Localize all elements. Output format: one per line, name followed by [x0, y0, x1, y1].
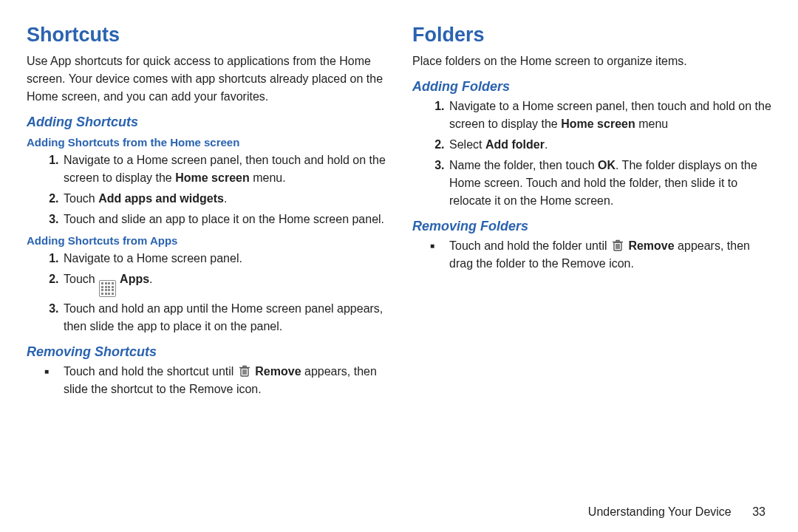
- heading-adding-from-home: Adding Shortcuts from the Home screen: [27, 136, 386, 149]
- page-number: 33: [752, 505, 765, 518]
- heading-removing-folders: Removing Folders: [412, 219, 771, 234]
- heading-removing-shortcuts: Removing Shortcuts: [27, 344, 386, 360]
- heading-folders: Folders: [412, 24, 771, 47]
- heading-shortcuts: Shortcuts: [27, 24, 386, 47]
- trash-icon: [612, 239, 624, 252]
- list-item: Touch and slide an app to place it on th…: [62, 211, 386, 228]
- trash-icon: [239, 364, 250, 378]
- list-item: Name the folder, then touch OK. The fold…: [448, 157, 771, 210]
- list-adding-folders: Navigate to a Home screen panel, then to…: [412, 98, 771, 210]
- page-footer: Understanding Your Device 33: [27, 505, 771, 525]
- list-item: Navigate to a Home screen panel.: [62, 250, 386, 267]
- right-column: Folders Place folders on the Home screen…: [412, 22, 771, 505]
- heading-adding-from-apps: Adding Shortcuts from Apps: [27, 234, 386, 247]
- list-item: Touch Apps.: [62, 270, 386, 297]
- list-item: Touch and hold the folder until Remove a…: [448, 237, 771, 273]
- heading-adding-shortcuts: Adding Shortcuts: [27, 115, 386, 130]
- list-item: Touch and hold the shortcut until Remove…: [62, 363, 386, 398]
- heading-adding-folders: Adding Folders: [412, 79, 771, 95]
- list-item: Touch Add apps and widgets.: [62, 190, 386, 208]
- left-column: Shortcuts Use App shortcuts for quick ac…: [27, 22, 386, 505]
- list-item: Navigate to a Home screen panel, then to…: [62, 151, 386, 187]
- apps-grid-icon: [99, 280, 116, 297]
- list-removing-folders: Touch and hold the folder until Remove a…: [412, 237, 771, 273]
- list-adding-from-home: Navigate to a Home screen panel, then to…: [27, 151, 386, 228]
- folders-intro: Place folders on the Home screen to orga…: [412, 52, 771, 70]
- list-adding-from-apps: Navigate to a Home screen panel. Touch A…: [27, 250, 386, 335]
- list-removing-shortcuts: Touch and hold the shortcut until Remove…: [27, 363, 386, 398]
- list-item: Select Add folder.: [448, 136, 771, 154]
- list-item: Touch and hold an app until the Home scr…: [62, 300, 386, 335]
- footer-section: Understanding Your Device: [588, 505, 732, 518]
- list-item: Navigate to a Home screen panel, then to…: [448, 98, 771, 133]
- shortcuts-intro: Use App shortcuts for quick access to ap…: [27, 52, 386, 106]
